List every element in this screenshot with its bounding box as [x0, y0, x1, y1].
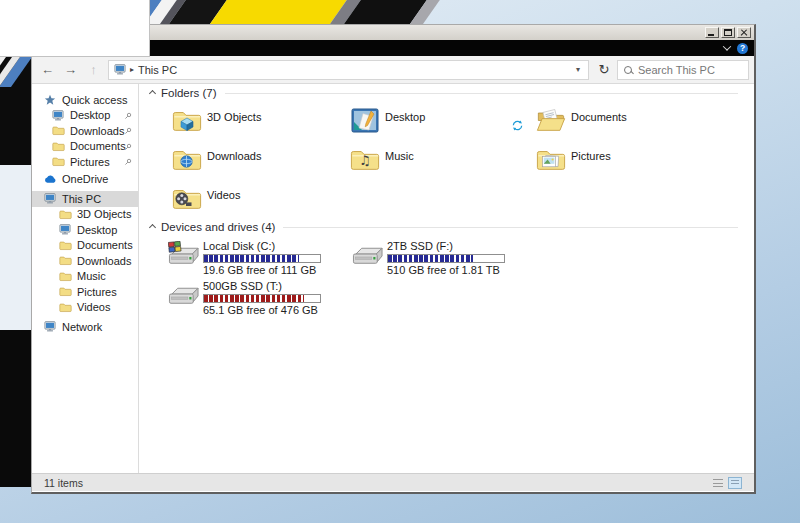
folder-icon	[52, 140, 65, 152]
computer-icon	[114, 64, 126, 75]
folder-icon	[59, 270, 72, 282]
sidebar-item-this-pc[interactable]: This PC	[32, 191, 138, 207]
breadcrumb[interactable]: This PC	[138, 64, 177, 76]
folder-music-icon: ♫	[350, 145, 380, 175]
details-view-button[interactable]	[711, 477, 725, 489]
items-view: Folders (7) 3D Objects	[139, 84, 754, 473]
drive-tile-local-disk-c[interactable]: Local Disk (C:) 19.6 GB free of 111 GB	[168, 241, 358, 279]
navigation-bar: ← → ↑ ▸ This PC ▾ ↻	[32, 56, 754, 84]
folder-videos-icon	[172, 184, 202, 214]
computer-icon	[44, 193, 57, 205]
search-box[interactable]	[617, 60, 749, 80]
search-icon	[624, 66, 632, 74]
navigation-pane: Quick access Desktop Downloads Documents	[32, 84, 138, 473]
item-count: 11 items	[44, 477, 83, 489]
sidebar-item-pc-3d-objects[interactable]: 3D Objects	[32, 207, 138, 223]
sidebar-item-pc-documents[interactable]: Documents	[32, 238, 138, 254]
desktop-icon	[59, 224, 72, 236]
pin-icon	[124, 143, 132, 151]
tile-music[interactable]: ♫ Music	[350, 145, 522, 181]
wallpaper-left-strip	[0, 55, 31, 165]
maximize-button[interactable]	[721, 27, 735, 38]
address-bar[interactable]: ▸ This PC ▾	[108, 60, 589, 80]
folder-3d-objects-icon	[172, 106, 202, 136]
icons-view-button[interactable]	[728, 477, 742, 489]
folder-icon	[52, 156, 65, 168]
network-icon	[44, 321, 57, 333]
wallpaper-left-light	[0, 165, 31, 330]
sidebar-item-pc-desktop[interactable]: Desktop	[32, 222, 138, 238]
tile-videos[interactable]: Videos	[172, 184, 344, 220]
pin-icon	[124, 127, 132, 135]
desktop: ? ← → ↑ ▸ This PC ▾ ↻ Quick a	[0, 0, 800, 523]
collapse-chevron-icon	[149, 223, 156, 230]
sidebar-item-pc-pictures[interactable]: Pictures	[32, 284, 138, 300]
capacity-bar	[203, 294, 321, 303]
refresh-button[interactable]: ↻	[593, 62, 615, 77]
sync-icon	[512, 120, 523, 131]
file-explorer-window: ? ← → ↑ ▸ This PC ▾ ↻ Quick a	[31, 24, 756, 494]
sidebar-item-documents[interactable]: Documents	[32, 139, 138, 155]
sidebar-item-pictures[interactable]: Pictures	[32, 154, 138, 170]
hard-drive-icon	[352, 244, 383, 268]
minimize-button[interactable]	[705, 27, 719, 38]
sidebar-item-pc-downloads[interactable]: Downloads	[32, 253, 138, 269]
group-header-devices[interactable]: Devices and drives (4)	[150, 221, 738, 233]
wallpaper-left-black	[0, 330, 31, 487]
breadcrumb-arrow-icon: ▸	[130, 65, 134, 74]
group-header-folders[interactable]: Folders (7)	[150, 87, 738, 99]
search-input[interactable]	[638, 64, 742, 76]
pin-icon	[124, 158, 132, 166]
sidebar-item-quick-access[interactable]: Quick access	[32, 92, 138, 108]
folder-icon	[59, 255, 72, 267]
help-icon[interactable]: ?	[737, 43, 748, 54]
close-button[interactable]	[737, 27, 751, 38]
quick-access-star-icon	[44, 94, 57, 106]
folder-icon	[59, 208, 72, 220]
desktop-icon	[350, 106, 380, 136]
tile-3d-objects[interactable]: 3D Objects	[172, 106, 344, 142]
drive-tile-2tb-ssd-f[interactable]: 2TB SSD (F:) 510 GB free of 1.81 TB	[352, 241, 542, 279]
sidebar-item-network[interactable]: Network	[32, 319, 138, 335]
address-dropdown-icon[interactable]: ▾	[573, 65, 583, 74]
folder-icon	[59, 301, 72, 313]
hard-drive-icon	[168, 284, 199, 308]
tile-downloads[interactable]: Downloads	[172, 145, 344, 181]
sidebar-item-downloads[interactable]: Downloads	[32, 123, 138, 139]
sidebar-item-desktop[interactable]: Desktop	[32, 108, 138, 124]
sidebar-item-pc-videos[interactable]: Videos	[32, 300, 138, 316]
folder-icon	[59, 286, 72, 298]
sidebar-item-onedrive[interactable]: OneDrive	[32, 172, 138, 188]
hard-drive-icon	[168, 244, 199, 268]
capacity-bar	[203, 254, 321, 263]
up-button[interactable]: ↑	[83, 60, 104, 80]
desktop-icon	[52, 109, 65, 121]
tile-desktop[interactable]: Desktop	[350, 106, 522, 142]
folder-downloads-icon	[172, 145, 202, 175]
folder-icon	[52, 125, 65, 137]
folder-icon	[59, 239, 72, 251]
tile-pictures[interactable]: Pictures	[536, 145, 708, 181]
collapse-chevron-icon	[149, 89, 156, 96]
sidebar-item-pc-music[interactable]: Music	[32, 269, 138, 285]
folder-documents-icon	[536, 106, 566, 136]
tile-documents[interactable]: Documents	[536, 106, 708, 142]
windows-flag-icon	[168, 241, 182, 253]
foreground-white-panel	[0, 0, 150, 57]
music-note-glyph: ♫	[359, 153, 371, 168]
back-button[interactable]: ←	[37, 60, 58, 80]
pin-icon	[124, 112, 132, 120]
ribbon-collapse-chevron-icon[interactable]	[723, 42, 731, 50]
status-bar: 11 items	[32, 473, 754, 491]
folder-pictures-icon	[536, 145, 566, 175]
forward-button[interactable]: →	[60, 60, 81, 80]
capacity-bar	[387, 254, 505, 263]
onedrive-cloud-icon	[44, 173, 57, 185]
wallpaper-logo-band	[140, 0, 452, 24]
drive-tile-500gb-ssd-t[interactable]: 500GB SSD (T:) 65.1 GB free of 476 GB	[168, 281, 358, 319]
